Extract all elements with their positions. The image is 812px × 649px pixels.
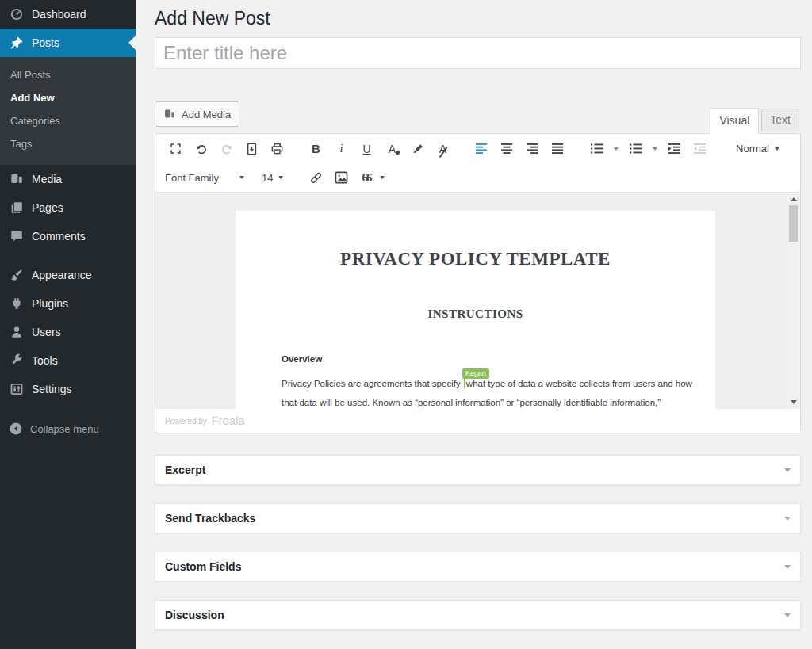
document-title: PRIVACY POLICY TEMPLATE xyxy=(236,249,715,269)
sidebar-item-dashboard[interactable]: Dashboard xyxy=(0,0,136,29)
editor-top-bar: Add Media Visual Text xyxy=(155,101,801,133)
sidebar-item-label: Users xyxy=(32,326,61,338)
italic-button[interactable]: i xyxy=(331,139,352,159)
sidebar-item-pages[interactable]: Pages xyxy=(0,193,136,222)
settings-sliders-icon xyxy=(9,381,25,397)
ordered-list-dropdown-caret[interactable] xyxy=(611,139,621,159)
underline-button[interactable]: U xyxy=(356,139,377,159)
editor-content-area[interactable]: PRIVACY POLICY TEMPLATE INSTRUCTIONS Ove… xyxy=(155,192,800,409)
main-content: Add New Post Add Media Visual Text xyxy=(136,0,812,649)
panel-title: Discussion xyxy=(165,609,224,621)
scroll-up-arrow-icon[interactable] xyxy=(791,197,797,201)
chevron-down-icon xyxy=(775,147,779,151)
page-title: Add New Post xyxy=(155,0,801,33)
add-media-button[interactable]: Add Media xyxy=(155,101,239,127)
sidebar-item-plugins[interactable]: Plugins xyxy=(0,289,136,318)
submenu-item-all-posts[interactable]: All Posts xyxy=(0,63,136,86)
scroll-down-arrow-icon[interactable] xyxy=(791,400,797,404)
scrollbar-thumb[interactable] xyxy=(789,205,798,242)
align-justify-icon[interactable] xyxy=(547,139,569,159)
paragraph-format-dropdown[interactable]: Normal xyxy=(736,143,779,155)
editor-scrollbar[interactable] xyxy=(787,193,800,409)
brush-icon xyxy=(9,267,25,283)
chevron-down-icon xyxy=(278,176,283,179)
user-icon xyxy=(9,324,25,340)
document-paragraph: Privacy Policies are agreements that spe… xyxy=(282,374,709,409)
font-size-dropdown[interactable]: 14 xyxy=(262,172,283,184)
panel-excerpt[interactable]: Excerpt xyxy=(155,455,801,485)
redo-icon[interactable] xyxy=(216,139,237,159)
sidebar-item-users[interactable]: Users xyxy=(0,318,136,346)
sidebar-item-label: Posts xyxy=(32,36,59,49)
align-center-icon[interactable] xyxy=(496,139,518,159)
sidebar-item-label: Tools xyxy=(32,354,58,367)
panel-toggle-caret-icon[interactable] xyxy=(784,613,791,617)
powered-by-label: Powered by xyxy=(165,417,207,426)
panel-toggle-caret-icon[interactable] xyxy=(784,517,791,521)
insert-image-icon[interactable] xyxy=(331,167,352,188)
text-color-button[interactable]: A xyxy=(381,139,403,159)
clear-formatting-button[interactable]: A xyxy=(432,139,454,159)
unordered-list-dropdown-caret[interactable] xyxy=(650,139,660,159)
panel-discussion[interactable]: Discussion xyxy=(155,600,801,630)
tab-text[interactable]: Text xyxy=(761,109,799,131)
comment-bubble-icon xyxy=(9,228,25,244)
submenu-item-categories[interactable]: Categories xyxy=(0,109,136,132)
panel-send-trackbacks[interactable]: Send Trackbacks xyxy=(155,503,801,533)
panel-toggle-caret-icon[interactable] xyxy=(784,468,791,472)
sidebar-item-label: Plugins xyxy=(32,297,68,310)
sidebar-item-label: Comments xyxy=(32,230,86,242)
editor-mode-tabs: Visual Text xyxy=(710,108,799,134)
panel-title: Send Trackbacks xyxy=(165,512,255,525)
sidebar-item-label: Pages xyxy=(32,201,63,214)
sidebar-item-posts[interactable]: Posts xyxy=(0,29,136,57)
media-icon xyxy=(9,171,25,187)
content-editor: B i U A A xyxy=(155,133,801,433)
print-icon[interactable] xyxy=(266,139,288,159)
admin-sidebar: Dashboard Posts All Posts Add New Catego… xyxy=(0,0,136,649)
font-family-value: Font Family xyxy=(165,172,219,184)
bold-button[interactable]: B xyxy=(305,139,327,159)
sidebar-item-label: Appearance xyxy=(32,269,92,281)
insert-link-icon[interactable] xyxy=(305,167,327,188)
sidebar-item-appearance[interactable]: Appearance xyxy=(0,261,136,289)
tab-visual[interactable]: Visual xyxy=(710,108,759,134)
dashboard-icon xyxy=(9,6,25,22)
sidebar-item-comments[interactable]: Comments xyxy=(0,222,136,250)
submenu-item-tags[interactable]: Tags xyxy=(0,132,136,155)
sidebar-item-media[interactable]: Media xyxy=(0,165,136,193)
panel-custom-fields[interactable]: Custom Fields xyxy=(155,552,801,582)
editor-footer: Powered by Froala xyxy=(155,409,800,433)
plug-icon xyxy=(9,296,25,311)
get-pdf-icon[interactable] xyxy=(241,139,262,159)
blockquote-dropdown-caret[interactable] xyxy=(378,167,386,188)
unordered-list-icon[interactable] xyxy=(625,139,646,159)
collaborator-name-flag: Kegan xyxy=(462,368,489,379)
post-title-input[interactable] xyxy=(155,37,801,69)
menu-separator xyxy=(0,250,136,261)
sidebar-item-tools[interactable]: Tools xyxy=(0,346,136,375)
blockquote-button[interactable]: 66 xyxy=(356,167,377,188)
undo-icon[interactable] xyxy=(190,139,212,159)
pin-icon xyxy=(9,35,25,51)
indent-icon[interactable] xyxy=(664,139,685,159)
document-page[interactable]: PRIVACY POLICY TEMPLATE INSTRUCTIONS Ove… xyxy=(236,211,715,409)
submenu-item-add-new[interactable]: Add New xyxy=(0,86,136,109)
add-media-label: Add Media xyxy=(182,109,231,120)
document-section-heading: Overview xyxy=(282,354,707,364)
wrench-icon xyxy=(9,353,25,368)
froala-logo: Froala xyxy=(212,414,245,427)
align-right-icon[interactable] xyxy=(522,139,543,159)
document-subtitle: INSTRUCTIONS xyxy=(236,307,715,321)
sidebar-item-settings[interactable]: Settings xyxy=(0,375,136,403)
collapse-menu-button[interactable]: Collapse menu xyxy=(0,415,136,442)
pages-icon xyxy=(9,200,25,216)
font-family-dropdown[interactable]: Font Family xyxy=(165,172,244,184)
panel-toggle-caret-icon[interactable] xyxy=(784,565,791,569)
outdent-icon[interactable] xyxy=(689,139,710,159)
fullscreen-icon[interactable] xyxy=(165,139,186,159)
highlight-pen-icon[interactable] xyxy=(407,139,428,159)
ordered-list-icon[interactable] xyxy=(586,139,607,159)
align-left-icon[interactable] xyxy=(471,139,492,159)
posts-submenu: All Posts Add New Categories Tags xyxy=(0,57,136,165)
